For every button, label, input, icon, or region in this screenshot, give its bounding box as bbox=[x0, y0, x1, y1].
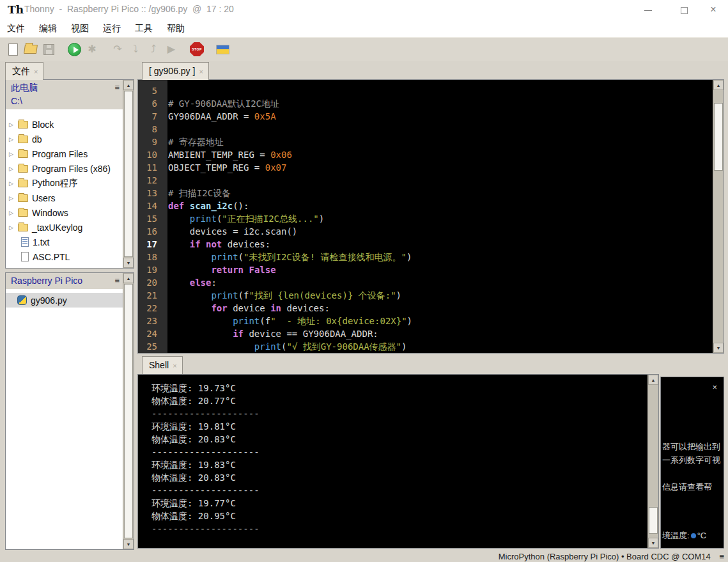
step-out-button[interactable]: ⤴ bbox=[145, 41, 162, 58]
code-line-14[interactable]: 14def scan_i2c(): bbox=[138, 199, 713, 212]
pico-scrollbar[interactable]: ▲ ▼ bbox=[123, 273, 134, 549]
expander-icon[interactable]: ▷ bbox=[9, 210, 18, 216]
python-icon bbox=[17, 295, 27, 305]
code-line-5[interactable]: 5 bbox=[138, 84, 713, 97]
code-line-11[interactable]: 11OBJECT_TEMP_REG = 0x07 bbox=[138, 161, 713, 174]
scroll-up-icon[interactable]: ▲ bbox=[713, 80, 724, 90]
code-line-16[interactable]: 16 devices = i2c.scan() bbox=[138, 225, 713, 238]
close-button[interactable]: × bbox=[699, 0, 728, 19]
menu-run[interactable]: 运行 bbox=[96, 19, 128, 37]
line-number: 5 bbox=[138, 84, 162, 97]
menu-tools[interactable]: 工具 bbox=[128, 19, 160, 37]
stop-restart-button[interactable]: STOP bbox=[189, 41, 205, 58]
code-line-23[interactable]: 23 print(f" - 地址: 0x{device:02X}") bbox=[138, 315, 713, 327]
save-file-button[interactable] bbox=[40, 41, 57, 58]
step-over-button[interactable]: ↷ bbox=[109, 41, 126, 58]
code-editor[interactable]: 56# GY-906DAA默认I2C地址7GY906DAA_ADDR = 0x5… bbox=[137, 79, 724, 354]
tree-item-block[interactable]: ▷Block bbox=[6, 117, 123, 132]
interpreter-status[interactable]: MicroPython (Raspberry Pi Pico) • Board … bbox=[499, 552, 711, 561]
run-button[interactable] bbox=[66, 41, 82, 58]
tree-item-db[interactable]: ▷db bbox=[6, 132, 123, 146]
tab-editor-gy906[interactable]: [ gy906.py ]× bbox=[142, 62, 209, 80]
scroll-up-icon[interactable]: ▲ bbox=[123, 273, 134, 283]
pico-device-label[interactable]: Raspberry Pi Pico bbox=[11, 276, 130, 286]
expander-icon[interactable]: ▷ bbox=[9, 166, 18, 172]
tree-item-program-files-x86-[interactable]: ▷Program Files (x86) bbox=[6, 161, 123, 176]
scroll-thumb[interactable] bbox=[124, 284, 133, 538]
tab-close-icon[interactable]: × bbox=[199, 68, 203, 75]
menu-edit[interactable]: 编辑 bbox=[32, 19, 64, 37]
tree-item--taxukeylog[interactable]: ▷_taxUKeylog bbox=[6, 220, 123, 235]
panel-menu-icon[interactable]: ≡ bbox=[114, 276, 120, 285]
maximize-button[interactable] bbox=[669, 0, 699, 19]
code-line-18[interactable]: 18 print("未找到I2C设备! 请检查接线和电源。") bbox=[138, 251, 713, 263]
code-line-17[interactable]: 17 if not devices: bbox=[138, 238, 713, 251]
tab-shell[interactable]: Shell× bbox=[142, 356, 183, 374]
tab-close-icon[interactable]: × bbox=[173, 362, 176, 370]
scroll-thumb[interactable] bbox=[649, 507, 658, 534]
shell-line: 环境温度: 19.81°C bbox=[151, 420, 646, 433]
menu-view[interactable]: 视图 bbox=[64, 19, 96, 37]
code-line-21[interactable]: 21 print(f"找到 {len(devices)} 个设备:") bbox=[138, 289, 713, 302]
new-file-button[interactable] bbox=[4, 41, 21, 58]
step-into-button[interactable]: ⤵ bbox=[127, 41, 144, 58]
code-line-12[interactable]: 12 bbox=[138, 174, 713, 187]
expander-icon[interactable]: ▷ bbox=[9, 121, 18, 128]
scroll-thumb[interactable] bbox=[124, 91, 133, 257]
scroll-up-icon[interactable]: ▲ bbox=[648, 375, 658, 385]
menu-bar: 文件 编辑 视图 运行 工具 帮助 bbox=[0, 19, 728, 37]
scroll-down-icon[interactable]: ▼ bbox=[123, 539, 134, 549]
code-area[interactable]: 56# GY-906DAA默认I2C地址7GY906DAA_ADDR = 0x5… bbox=[138, 84, 713, 353]
tab-close-icon[interactable]: × bbox=[34, 68, 38, 75]
pico-panel-header: Raspberry Pi Pico ≡ bbox=[6, 273, 134, 289]
code-line-8[interactable]: 8 bbox=[138, 123, 713, 136]
debug-button[interactable]: ✱ bbox=[84, 41, 100, 58]
code-line-9[interactable]: 9# 寄存器地址 bbox=[138, 136, 713, 148]
code-line-13[interactable]: 13# 扫描I2C设备 bbox=[138, 187, 713, 199]
menu-help[interactable]: 帮助 bbox=[160, 19, 192, 37]
ukraine-flag-button[interactable] bbox=[214, 41, 231, 58]
code-line-7[interactable]: 7GY906DAA_ADDR = 0x5A bbox=[138, 110, 713, 123]
code-line-6[interactable]: 6# GY-906DAA默认I2C地址 bbox=[138, 97, 713, 110]
shell-line: 物体温度: 20.77°C bbox=[151, 394, 646, 407]
tree-item-1-txt[interactable]: 1.txt bbox=[6, 235, 123, 249]
scroll-down-icon[interactable]: ▼ bbox=[648, 538, 658, 548]
shell-line: 环境温度: 19.77°C bbox=[151, 497, 646, 510]
code-line-15[interactable]: 15 print("正在扫描I2C总线...") bbox=[138, 212, 713, 225]
code-line-25[interactable]: 25 print("√ 找到GY-906DAA传感器") bbox=[138, 340, 713, 353]
open-file-button[interactable] bbox=[22, 41, 39, 58]
tree-item-asc-ptl[interactable]: ASC.PTL bbox=[6, 249, 123, 264]
expander-icon[interactable]: ▷ bbox=[9, 136, 18, 143]
tab-files[interactable]: 文件× bbox=[5, 62, 43, 80]
resume-button[interactable]: ▶ bbox=[163, 41, 180, 58]
expander-icon[interactable]: ▷ bbox=[9, 180, 18, 187]
plotter-close-icon[interactable]: × bbox=[712, 382, 717, 392]
scroll-up-icon[interactable]: ▲ bbox=[123, 80, 134, 90]
editor-scrollbar[interactable]: ▲ ▼ bbox=[713, 80, 724, 353]
scroll-thumb[interactable] bbox=[714, 103, 723, 171]
tree-item-program-files[interactable]: ▷Program Files bbox=[6, 146, 123, 161]
expander-icon[interactable]: ▷ bbox=[9, 195, 18, 201]
expander-icon[interactable]: ▷ bbox=[9, 151, 18, 157]
code-line-22[interactable]: 22 for device in devices: bbox=[138, 302, 713, 315]
expander-icon[interactable]: ▷ bbox=[9, 224, 18, 231]
panel-menu-icon[interactable]: ≡ bbox=[114, 82, 120, 92]
code-line-19[interactable]: 19 return False bbox=[138, 263, 713, 276]
menu-file[interactable]: 文件 bbox=[0, 19, 32, 37]
shell-scrollbar[interactable]: ▲ ▼ bbox=[647, 375, 658, 548]
this-pc-label[interactable]: 此电脑 bbox=[11, 82, 130, 94]
statusbar-menu-icon[interactable]: ≡ bbox=[719, 552, 724, 561]
tree-item-users[interactable]: ▷Users bbox=[6, 191, 123, 205]
tree-item-windows[interactable]: ▷Windows bbox=[6, 205, 123, 220]
tree-item-gy906-py[interactable]: gy906.py bbox=[6, 293, 123, 308]
drive-path-label[interactable]: C:\ bbox=[11, 96, 130, 106]
code-line-24[interactable]: 24 if device == GY906DAA_ADDR: bbox=[138, 327, 713, 340]
tree-item-python-[interactable]: ▷Python程序 bbox=[6, 176, 123, 191]
files-scrollbar[interactable]: ▲ ▼ bbox=[123, 80, 134, 268]
scroll-down-icon[interactable]: ▼ bbox=[713, 343, 724, 353]
shell-output[interactable]: 环境温度: 19.73°C物体温度: 20.77°C--------------… bbox=[137, 374, 659, 549]
code-line-20[interactable]: 20 else: bbox=[138, 276, 713, 289]
code-line-10[interactable]: 10AMBIENT_TEMP_REG = 0x06 bbox=[138, 148, 713, 161]
minimize-button[interactable] bbox=[633, 0, 663, 19]
scroll-down-icon[interactable]: ▼ bbox=[123, 258, 134, 268]
